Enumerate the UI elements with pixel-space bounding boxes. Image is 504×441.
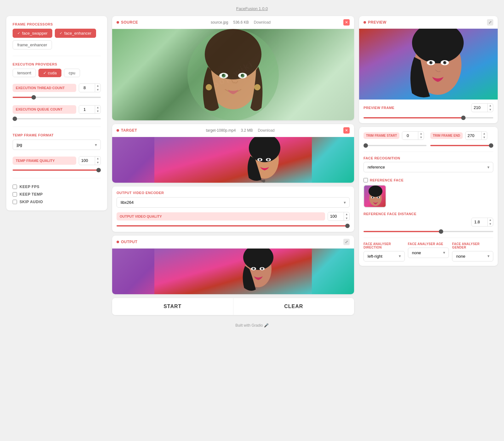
trim-start-input[interactable] xyxy=(402,132,418,139)
svg-point-7 xyxy=(241,74,244,77)
output-badge-label: OUTPUT xyxy=(121,240,137,244)
svg-point-29 xyxy=(429,61,432,64)
skip-audio-row[interactable]: SKIP AUDIO xyxy=(13,200,101,204)
trim-start-label: TRIM FRAME START xyxy=(364,132,399,139)
source-info: source.jpg 536.6 KB Download xyxy=(211,20,271,25)
skip-audio-label: SKIP AUDIO xyxy=(20,200,43,204)
provider-tensorrt[interactable]: tensorrt xyxy=(13,69,36,77)
thread-count-down[interactable]: ▼ xyxy=(95,88,100,92)
target-download[interactable]: Download xyxy=(258,128,274,133)
face-analyser-direction-col: FACE ANALYSER DIRECTION left-right right… xyxy=(364,242,405,261)
trim-end-up[interactable]: ▲ xyxy=(482,132,487,136)
execution-queue-count-slider[interactable] xyxy=(13,118,101,119)
target-face-svg xyxy=(112,137,354,183)
face-analyser-age-select[interactable]: none child teen adult senior xyxy=(408,248,449,258)
face-analyser-direction-select[interactable]: left-right right-left top-bottom xyxy=(364,251,405,261)
execution-thread-count-label: EXECUTION THREAD COUNT xyxy=(13,84,76,92)
output-quality-down[interactable]: ▼ xyxy=(344,216,349,220)
trim-end-label: TRIM FRAME END xyxy=(430,132,463,139)
queue-count-down[interactable]: ▼ xyxy=(95,109,100,113)
keep-temp-checkbox[interactable] xyxy=(13,192,17,197)
clear-button[interactable]: CLEAR xyxy=(233,298,354,315)
checkboxes-section: KEEP FPS KEEP TEMP SKIP AUDIO xyxy=(13,185,101,204)
execution-thread-count-input[interactable] xyxy=(79,84,95,91)
svg-point-9 xyxy=(206,84,212,90)
temp-frame-format-select[interactable]: jpg png bmp xyxy=(13,140,101,150)
source-filesize: 536.6 KB xyxy=(233,20,249,25)
encoder-select[interactable]: libx264 libx265 h264_nvenc hevc_nvenc xyxy=(117,197,350,208)
output-badge: OUTPUT xyxy=(117,240,137,244)
trim-end-down[interactable]: ▼ xyxy=(482,135,487,140)
face-analyser-direction-label: FACE ANALYSER DIRECTION xyxy=(364,242,405,249)
target-info: target-1080p.mp4 3.2 MB Download xyxy=(206,128,275,133)
svg-point-30 xyxy=(430,61,431,63)
temp-frame-quality-input[interactable] xyxy=(79,157,95,164)
target-badge-dot xyxy=(117,129,119,132)
svg-point-40 xyxy=(378,197,379,198)
chip-frame-enhancer[interactable]: frame_enhancer xyxy=(13,40,52,49)
app-title[interactable]: FaceFusion 1.0.0 xyxy=(6,6,498,11)
output-expand-button[interactable]: ⤢ xyxy=(343,239,350,245)
trim-end-input[interactable] xyxy=(466,132,481,139)
reference-face-thumbnail[interactable] xyxy=(364,185,386,208)
ref-dist-up[interactable]: ▲ xyxy=(488,218,493,222)
execution-providers-section: EXECUTION PROVIDERS tensorrt ✓ cuda cpu xyxy=(13,62,101,77)
queue-count-up[interactable]: ▲ xyxy=(95,106,100,110)
preview-frame-down[interactable]: ▼ xyxy=(488,108,493,112)
keep-temp-label: KEEP TEMP xyxy=(20,192,43,197)
reference-face-checkbox[interactable] xyxy=(364,178,368,182)
trim-end-slider[interactable] xyxy=(430,145,493,146)
execution-providers-label: EXECUTION PROVIDERS xyxy=(13,62,101,66)
preview-card: PREVIEW ⤢ oop.wiki xyxy=(359,16,498,123)
temp-frame-quality-label: TEMP FRAME QUALITY xyxy=(13,157,76,165)
trim-start-up[interactable]: ▲ xyxy=(418,132,424,136)
start-button[interactable]: START xyxy=(112,298,233,315)
source-close-button[interactable]: ✕ xyxy=(343,19,350,26)
reference-face-distance-slider[interactable] xyxy=(364,231,493,232)
target-card: TARGET target-1080p.mp4 3.2 MB Download … xyxy=(112,124,354,183)
provider-cuda[interactable]: ✓ cuda xyxy=(38,69,61,77)
footer-text: Built with Gradio 🎤 xyxy=(235,323,269,328)
keep-fps-checkbox[interactable] xyxy=(13,185,17,189)
svg-point-5 xyxy=(222,74,224,76)
face-analyser-gender-col: FACE ANALYSER GENDER none male female ▼ xyxy=(452,242,493,261)
trim-frame-row: TRIM FRAME START ▲ ▼ xyxy=(364,131,493,147)
preview-frame-slider[interactable] xyxy=(364,117,493,118)
reference-face-distance-label: REFERENCE FACE DISTANCE xyxy=(364,212,493,216)
preview-frame-input[interactable] xyxy=(472,104,487,111)
reference-face-distance-input[interactable] xyxy=(472,218,487,226)
target-close-button[interactable]: ✕ xyxy=(343,127,350,134)
execution-queue-count-label: EXECUTION QUEUE COUNT xyxy=(13,105,76,113)
target-filesize: 3.2 MB xyxy=(241,128,253,133)
face-analyser-gender-select[interactable]: none male female xyxy=(452,251,493,261)
preview-expand-button[interactable]: ⤢ xyxy=(487,19,493,26)
keep-fps-row[interactable]: KEEP FPS xyxy=(13,185,101,189)
output-quality-up[interactable]: ▲ xyxy=(344,212,349,216)
provider-cpu[interactable]: cpu xyxy=(64,69,80,77)
source-download[interactable]: Download xyxy=(254,20,271,25)
svg-point-32 xyxy=(443,61,446,64)
preview-frame-up[interactable]: ▲ xyxy=(488,104,493,108)
thread-count-up[interactable]: ▲ xyxy=(95,84,100,88)
execution-thread-count-slider[interactable] xyxy=(13,97,101,98)
face-recognition-select[interactable]: reference many xyxy=(364,162,493,172)
skip-audio-checkbox[interactable] xyxy=(13,200,17,204)
execution-queue-count-input[interactable] xyxy=(79,106,95,113)
chip-face-swapper[interactable]: ✓ face_swapper xyxy=(13,29,52,38)
target-badge-label: TARGET xyxy=(121,128,137,133)
source-face-svg xyxy=(187,29,279,120)
svg-point-36 xyxy=(369,186,382,197)
temp-frame-quality-slider[interactable] xyxy=(13,169,101,171)
quality-down[interactable]: ▼ xyxy=(95,161,100,165)
execution-thread-count-section: EXECUTION THREAD COUNT ▲ ▼ xyxy=(13,83,101,99)
output-quality-input[interactable] xyxy=(328,213,344,220)
trim-start-down[interactable]: ▼ xyxy=(418,135,424,140)
output-quality-slider[interactable] xyxy=(117,225,350,226)
quality-up[interactable]: ▲ xyxy=(95,157,100,161)
footer: Built with Gradio 🎤 xyxy=(6,320,498,331)
chip-face-enhancer[interactable]: ✓ face_enhancer xyxy=(55,29,96,38)
keep-temp-row[interactable]: KEEP TEMP xyxy=(13,192,101,197)
frame-processors-section: FRAME PROCESSORS ✓ face_swapper ✓ face_e… xyxy=(13,22,101,49)
ref-dist-down[interactable]: ▼ xyxy=(488,222,493,226)
trim-start-slider[interactable] xyxy=(364,145,427,146)
